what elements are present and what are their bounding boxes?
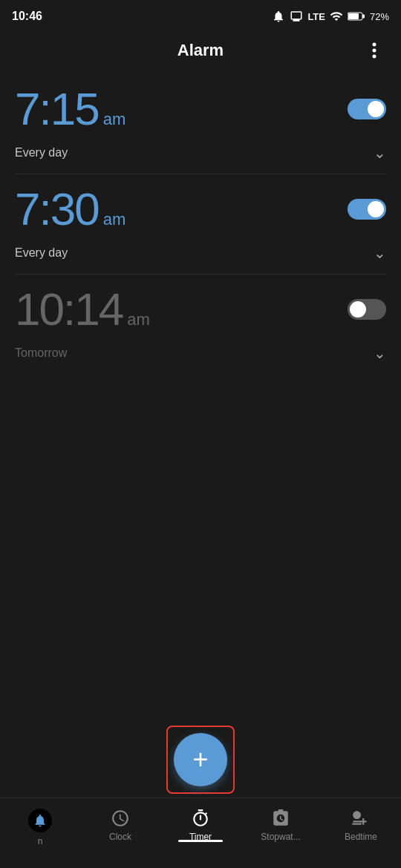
nav-label-bedtime: Bedtime bbox=[345, 832, 377, 842]
stopwatch-nav-icon bbox=[271, 809, 290, 828]
alarm-toggle-2[interactable] bbox=[348, 199, 386, 220]
svg-point-4 bbox=[373, 49, 376, 53]
alarm-time-2[interactable]: 7:30 am bbox=[15, 186, 125, 232]
alarm-time-3[interactable]: 10:14 am bbox=[15, 286, 150, 332]
more-options-button[interactable] bbox=[362, 39, 386, 62]
alarm-toggle-1[interactable] bbox=[348, 99, 386, 119]
alarm-top-row-1: 7:15 am bbox=[15, 86, 386, 132]
svg-point-5 bbox=[373, 55, 376, 59]
alarm-bottom-row-1: Every day ⌄ bbox=[15, 138, 386, 171]
toggle-knob-3 bbox=[350, 301, 366, 318]
bottom-nav: n Clock Timer Stopwat... Bedtime bbox=[0, 798, 401, 868]
svg-rect-8 bbox=[352, 823, 362, 825]
alarm-schedule-1: Every day bbox=[15, 146, 68, 160]
alarm-ampm-3: am bbox=[127, 310, 150, 329]
alarm-schedule-2: Every day bbox=[15, 246, 68, 260]
alarm-nav-icon-wrap bbox=[28, 809, 52, 832]
svg-rect-1 bbox=[362, 15, 365, 19]
alarm-chevron-1[interactable]: ⌄ bbox=[374, 144, 386, 162]
clock-nav-icon bbox=[111, 809, 130, 828]
svg-point-3 bbox=[373, 43, 376, 47]
more-icon bbox=[372, 42, 376, 59]
page-title: Alarm bbox=[39, 41, 362, 60]
nav-label-clock: Clock bbox=[109, 832, 131, 842]
add-icon: + bbox=[192, 746, 208, 773]
timer-nav-icon bbox=[191, 809, 210, 828]
nav-item-stopwatch[interactable]: Stopwat... bbox=[241, 806, 321, 842]
header: Alarm bbox=[0, 33, 401, 74]
svg-rect-2 bbox=[348, 13, 359, 19]
alarm-digits-1: 7:15 bbox=[15, 86, 99, 132]
nav-label-alarm: n bbox=[38, 836, 43, 846]
alarm-ampm-2: am bbox=[103, 210, 126, 229]
alarm-toggle-3[interactable] bbox=[348, 299, 386, 320]
alarm-top-row-2: 7:30 am bbox=[15, 186, 386, 232]
alarm-list: 7:15 am Every day ⌄ 7:30 am Every day ⌄ bbox=[0, 74, 401, 374]
add-alarm-fab-container: + bbox=[166, 726, 235, 794]
battery-label: 72% bbox=[370, 11, 389, 22]
alarm-item: 7:30 am Every day ⌄ bbox=[15, 174, 386, 274]
nav-label-stopwatch: Stopwat... bbox=[261, 832, 300, 842]
lte-label: LTE bbox=[307, 11, 325, 22]
nav-item-timer[interactable]: Timer bbox=[160, 806, 241, 842]
toggle-knob-1 bbox=[368, 101, 384, 117]
nav-item-clock[interactable]: Clock bbox=[80, 806, 160, 842]
nav-item-bedtime[interactable]: Bedtime bbox=[321, 806, 401, 842]
add-alarm-button[interactable]: + bbox=[174, 733, 227, 786]
alarm-digits-2: 7:30 bbox=[15, 186, 99, 232]
bedtime-nav-icon bbox=[351, 809, 371, 828]
screen-icon bbox=[290, 10, 303, 23]
signal-icon bbox=[330, 10, 343, 23]
alarm-nav-icon bbox=[33, 813, 48, 828]
alarm-top-row-3: 10:14 am bbox=[15, 286, 386, 332]
alarm-time-1[interactable]: 7:15 am bbox=[15, 86, 125, 132]
alarm-status-icon bbox=[272, 10, 285, 23]
alarm-item: 7:15 am Every day ⌄ bbox=[15, 74, 386, 174]
alarm-chevron-2[interactable]: ⌄ bbox=[374, 244, 386, 262]
status-icons: LTE 72% bbox=[272, 10, 389, 23]
alarm-schedule-3: Tomorrow bbox=[15, 346, 67, 360]
alarm-bottom-row-2: Every day ⌄ bbox=[15, 238, 386, 271]
alarm-item: 10:14 am Tomorrow ⌄ bbox=[15, 274, 386, 374]
toggle-knob-2 bbox=[368, 201, 384, 217]
svg-rect-7 bbox=[353, 821, 361, 822]
battery-icon bbox=[348, 10, 365, 23]
status-bar: 10:46 LTE 72% bbox=[0, 0, 401, 33]
nav-underline-timer bbox=[178, 840, 223, 842]
alarm-bottom-row-3: Tomorrow ⌄ bbox=[15, 338, 386, 371]
status-time: 10:46 bbox=[12, 10, 42, 23]
alarm-chevron-3[interactable]: ⌄ bbox=[374, 344, 386, 362]
alarm-digits-3: 10:14 bbox=[15, 286, 123, 332]
nav-item-alarm[interactable]: n bbox=[0, 806, 80, 846]
fab-highlight: + bbox=[166, 726, 235, 794]
alarm-ampm-1: am bbox=[103, 110, 126, 129]
